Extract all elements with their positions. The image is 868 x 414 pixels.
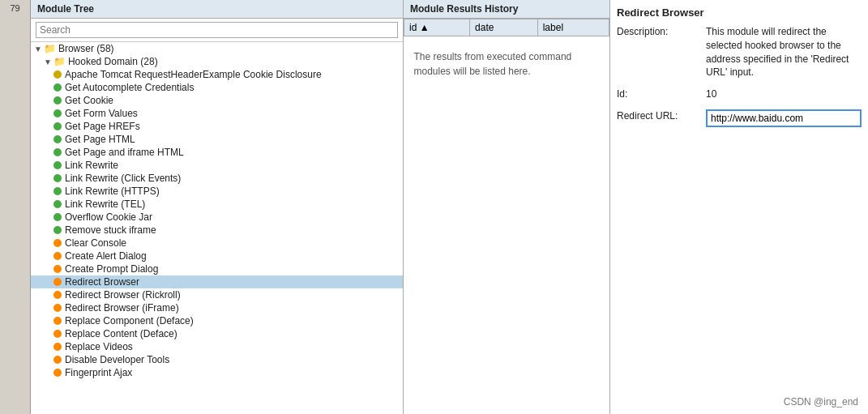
tree-scroll: ▼📁Browser (58)▼📁Hooked Domain (28)Apache… <box>31 42 403 379</box>
tree-item[interactable]: Replace Content (Deface) <box>31 327 403 340</box>
tree-item[interactable]: Get Page and iframe HTML <box>31 146 403 159</box>
status-dot <box>53 148 62 156</box>
tree-item[interactable]: ▼📁Browser (58) <box>31 42 403 55</box>
tree-item[interactable]: Disable Developer Tools <box>31 353 403 366</box>
tree-item[interactable]: Link Rewrite (TEL) <box>31 198 403 211</box>
redirect-url-row: Redirect URL: <box>617 109 862 127</box>
search-box-container <box>31 19 403 42</box>
tree-item-label: Redirect Browser (Rickroll) <box>65 289 181 301</box>
tree-item[interactable]: Redirect Browser (Rickroll) <box>31 288 403 301</box>
status-dot <box>53 187 62 195</box>
main-panels: Module Tree ▼📁Browser (58)▼📁Hooked Domai… <box>31 0 868 414</box>
tree-item[interactable]: Link Rewrite <box>31 159 403 172</box>
status-dot <box>53 252 62 260</box>
status-dot <box>53 174 62 182</box>
tree-item[interactable]: Replace Component (Deface) <box>31 314 403 327</box>
tree-item-label: Link Rewrite <box>65 160 118 171</box>
watermark: CSDN @ing_end <box>784 396 858 408</box>
results-history-header: Module Results History <box>404 0 609 19</box>
tree-item-label: Get Page HTML <box>65 134 135 145</box>
status-dot <box>53 109 62 117</box>
col-date[interactable]: date <box>470 19 538 36</box>
status-dot <box>53 356 62 364</box>
status-dot <box>53 291 62 299</box>
tree-item[interactable]: Create Alert Dialog <box>31 250 403 262</box>
status-dot <box>53 122 62 130</box>
tree-item[interactable]: Get Autocomplete Credentials <box>31 81 403 94</box>
status-dot <box>53 317 62 325</box>
status-dot <box>53 278 62 286</box>
redirect-browser-panel: Redirect Browser Description: This modul… <box>610 0 868 414</box>
tree-item-label: Replace Content (Deface) <box>65 328 177 339</box>
tree-item-label: Fingerprint Ajax <box>65 367 132 378</box>
status-dot <box>53 330 62 338</box>
tree-item[interactable]: Create Prompt Dialog <box>31 262 403 275</box>
tree-item-label: Create Prompt Dialog <box>65 263 158 275</box>
description-value: This module will redirect the selected h… <box>706 25 862 79</box>
tree-item-label: Get Page HREFs <box>65 121 140 132</box>
tree-item-label: Redirect Browser <box>65 276 139 288</box>
tree-item-label: Get Form Values <box>65 108 138 119</box>
status-dot <box>53 135 62 143</box>
left-gutter: 79 <box>0 0 31 414</box>
tree-item[interactable]: Get Page HREFs <box>31 120 403 133</box>
tree-item-label: Apache Tomcat RequestHeaderExample Cooki… <box>65 69 322 80</box>
results-table: id ▲ date label The results from execute… <box>404 19 609 414</box>
tree-item[interactable]: Link Rewrite (Click Events) <box>31 172 403 185</box>
results-empty-message: The results from executed command module… <box>404 36 609 92</box>
gutter-text: 79 <box>10 3 19 13</box>
tree-item-label: Redirect Browser (iFrame) <box>65 302 179 314</box>
status-dot <box>53 96 62 105</box>
tree-item-label: Link Rewrite (HTTPS) <box>65 186 160 197</box>
search-input[interactable] <box>36 22 398 38</box>
tree-item-label: Replace Videos <box>65 341 133 352</box>
tree-item-label: Browser (58) <box>58 43 114 54</box>
status-dot <box>53 265 62 273</box>
tree-item[interactable]: Link Rewrite (HTTPS) <box>31 185 403 198</box>
tree-item-label: Hooked Domain (28) <box>68 56 158 67</box>
tree-item[interactable]: Get Form Values <box>31 107 403 120</box>
tree-item[interactable]: Get Cookie <box>31 94 403 107</box>
tree-item-label: Link Rewrite (TEL) <box>65 198 145 210</box>
id-row: Id: 10 <box>617 87 862 101</box>
status-dot <box>53 70 62 79</box>
description-label: Description: <box>617 25 706 37</box>
redirect-url-input[interactable] <box>706 109 862 127</box>
results-history-panel: Module Results History id ▲ date label T… <box>404 0 610 414</box>
tree-item-label: Disable Developer Tools <box>65 354 169 365</box>
status-dot <box>53 226 62 234</box>
id-value: 10 <box>706 87 862 101</box>
folder-icon: 📁 <box>44 43 56 54</box>
module-tree-header: Module Tree <box>31 0 403 19</box>
description-row: Description: This module will redirect t… <box>617 25 862 79</box>
tree-item[interactable]: Replace Videos <box>31 340 403 353</box>
status-dot <box>53 200 62 208</box>
tree-container[interactable]: ▼📁Browser (58)▼📁Hooked Domain (28)Apache… <box>31 42 403 414</box>
tree-item[interactable]: Overflow Cookie Jar <box>31 211 403 224</box>
tree-item-label: Clear Console <box>65 237 126 249</box>
tree-item-label: Remove stuck iframe <box>65 224 156 236</box>
tree-item[interactable]: Redirect Browser <box>31 275 403 288</box>
status-dot <box>53 239 62 247</box>
redirect-url-label: Redirect URL: <box>617 109 706 122</box>
tree-item-label: Get Page and iframe HTML <box>65 147 184 158</box>
tree-item-label: Get Cookie <box>65 95 113 106</box>
col-id[interactable]: id ▲ <box>404 19 470 36</box>
tree-item[interactable]: Apache Tomcat RequestHeaderExample Cooki… <box>31 68 403 81</box>
tree-item[interactable]: Fingerprint Ajax <box>31 366 403 379</box>
tree-item-label: Overflow Cookie Jar <box>65 211 152 223</box>
folder-icon: 📁 <box>53 56 66 67</box>
tree-item[interactable]: Clear Console <box>31 237 403 250</box>
status-dot <box>53 304 62 312</box>
module-tree-panel: Module Tree ▼📁Browser (58)▼📁Hooked Domai… <box>31 0 404 414</box>
tree-item-label: Replace Component (Deface) <box>65 315 194 327</box>
status-dot <box>53 161 62 169</box>
col-label[interactable]: label <box>537 19 609 36</box>
tree-item[interactable]: Remove stuck iframe <box>31 224 403 237</box>
tree-item[interactable]: ▼📁Hooked Domain (28) <box>31 55 403 68</box>
tree-item-label: Link Rewrite (Click Events) <box>65 173 181 184</box>
tree-item[interactable]: Get Page HTML <box>31 133 403 146</box>
tree-item-label: Get Autocomplete Credentials <box>65 82 194 93</box>
tree-item[interactable]: Redirect Browser (iFrame) <box>31 301 403 314</box>
tree-item-label: Create Alert Dialog <box>65 250 147 262</box>
